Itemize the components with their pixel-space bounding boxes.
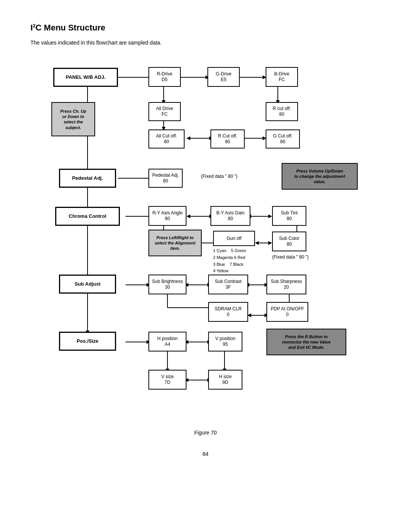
svg-marker-16 — [186, 136, 190, 140]
chroma-control-box: Chroma Control — [55, 207, 120, 226]
flowchart: PANEL W/B ADJ. R-DriveD5 G-DriveE5 B-Dri… — [30, 56, 381, 418]
sub-tint-box: Sub Tint80 — [272, 206, 306, 226]
r-cutoff-mid-box: R Cut off.80 — [210, 129, 245, 149]
page-title: I2C Menu Structure — [30, 23, 381, 33]
pedestal-adj-right-box: Pedestal Adj.80 — [148, 169, 183, 188]
gun-off-box: Gun off — [213, 231, 255, 246]
svg-marker-30 — [186, 214, 190, 218]
sub-contrast-box: Sub Contrast3F — [208, 275, 248, 294]
gun-off-list: 1 Cyan 5 Green2 Magenta 6 Red3 Blue 7 Bl… — [213, 248, 246, 274]
by-axis-box: B-Y Axis Gain80 — [210, 206, 250, 226]
svg-marker-42 — [268, 241, 272, 245]
sdram-clr-box: SDRAM CLR0 — [208, 302, 248, 322]
pdp-ai-box: PDP AI ON/OFF0 — [266, 302, 308, 322]
svg-marker-34 — [268, 214, 272, 218]
figure-caption: Figure 70 — [30, 430, 381, 436]
press-volume-box: Press Volume Up/Downto change the adjust… — [282, 163, 358, 190]
press-ch-box: Press Ch. Upor Down toselect thesubject. — [51, 102, 95, 136]
fixed-data-top: (Fixed data " 80 ") — [201, 174, 237, 179]
subtitle-text: The values indicated in this flowchart a… — [30, 40, 381, 46]
sub-adjust-box: Sub Adjust — [59, 275, 116, 294]
svg-marker-41 — [255, 241, 259, 245]
h-position-box: H positionA4 — [148, 332, 186, 351]
press-r-button-box: Press the R Button tomemorize the new Va… — [266, 329, 346, 355]
v-size-box: V size7D — [148, 370, 186, 390]
all-cutoff-box: All Cut off.80 — [148, 129, 185, 149]
pedestal-adj-left-box: Pedestal Adj. — [59, 169, 116, 188]
b-drive-box: B-DriveFC — [266, 67, 298, 87]
page-number: 84 — [30, 451, 381, 457]
g-cutoff-box: G Cut off.80 — [266, 129, 300, 149]
g-drive-box: G-DriveE5 — [207, 67, 240, 87]
r-cutoff-top-box: R cut off.80 — [266, 102, 298, 121]
v-position-box: V position95 — [208, 332, 242, 351]
pos-size-box: Pos./Size — [59, 332, 116, 351]
sub-brightness-box: Sub Brightness30 — [148, 275, 186, 294]
sub-sharpness-box: Sub Sharpness20 — [266, 275, 306, 294]
panel-wb-box: PANEL W/B ADJ. — [53, 68, 118, 87]
r-drive-box: R-DriveD5 — [148, 67, 181, 87]
press-left-right-box: Press Left/Right toselect the Alignmenti… — [148, 230, 202, 256]
h-size-box: H size9D — [208, 370, 242, 390]
sub-color-box: Sub Color80 — [272, 232, 306, 251]
all-drive-box: All DriveFC — [148, 102, 181, 121]
fixed-data-bottom: (Fixed data " 80 ") — [272, 254, 309, 260]
ry-axis-box: R-Y Axis Angle80 — [148, 206, 186, 226]
